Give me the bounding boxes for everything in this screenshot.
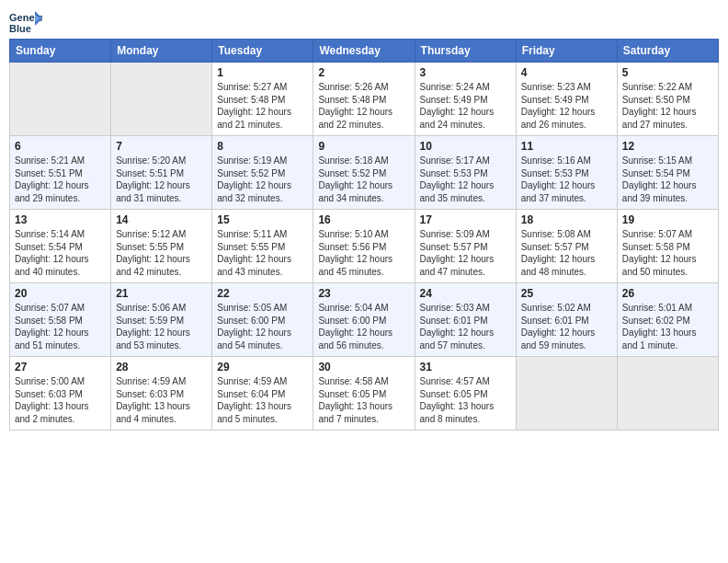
day-number: 19 xyxy=(622,213,713,226)
day-number: 6 xyxy=(15,140,106,153)
cell-info: Sunrise: 4:57 AMSunset: 6:05 PMDaylight:… xyxy=(420,375,511,425)
cell-info: Sunrise: 4:59 AMSunset: 6:03 PMDaylight:… xyxy=(116,375,207,425)
column-header-sunday: Sunday xyxy=(10,40,111,63)
cell-info: Sunrise: 5:17 AMSunset: 5:53 PMDaylight:… xyxy=(420,155,511,204)
cell-info: Sunrise: 5:23 AMSunset: 5:49 PMDaylight:… xyxy=(521,81,612,131)
day-number: 26 xyxy=(622,287,713,300)
cell-info: Sunrise: 5:21 AMSunset: 5:51 PMDaylight:… xyxy=(15,155,106,204)
cell-info: Sunrise: 5:04 AMSunset: 6:00 PMDaylight:… xyxy=(318,302,409,351)
day-number: 10 xyxy=(420,140,511,153)
cell-info: Sunrise: 5:09 AMSunset: 5:57 PMDaylight:… xyxy=(420,228,511,278)
day-number: 2 xyxy=(318,66,409,79)
calendar-cell: 17Sunrise: 5:09 AMSunset: 5:57 PMDayligh… xyxy=(415,210,516,283)
calendar-cell: 27Sunrise: 5:00 AMSunset: 6:03 PMDayligh… xyxy=(10,357,111,431)
day-number: 18 xyxy=(521,213,612,226)
logo: General Blue xyxy=(9,9,42,35)
calendar-cell: 5Sunrise: 5:22 AMSunset: 5:50 PMDaylight… xyxy=(617,63,718,136)
column-header-thursday: Thursday xyxy=(415,40,516,63)
calendar-cell: 1Sunrise: 5:27 AMSunset: 5:48 PMDaylight… xyxy=(212,63,313,136)
calendar-cell: 14Sunrise: 5:12 AMSunset: 5:55 PMDayligh… xyxy=(111,210,212,283)
column-header-friday: Friday xyxy=(516,40,617,63)
day-number: 14 xyxy=(116,213,207,226)
svg-text:Blue: Blue xyxy=(9,23,31,34)
day-number: 11 xyxy=(521,140,612,153)
calendar-cell: 9Sunrise: 5:18 AMSunset: 5:52 PMDaylight… xyxy=(313,136,415,210)
calendar-table: SundayMondayTuesdayWednesdayThursdayFrid… xyxy=(9,39,719,431)
day-number: 22 xyxy=(217,287,308,300)
day-number: 27 xyxy=(15,361,106,373)
cell-info: Sunrise: 5:12 AMSunset: 5:55 PMDaylight:… xyxy=(116,228,207,278)
calendar-cell: 24Sunrise: 5:03 AMSunset: 6:01 PMDayligh… xyxy=(415,283,516,357)
calendar-cell: 25Sunrise: 5:02 AMSunset: 6:01 PMDayligh… xyxy=(516,283,617,357)
cell-info: Sunrise: 5:20 AMSunset: 5:51 PMDaylight:… xyxy=(116,155,207,204)
day-number: 20 xyxy=(15,287,106,300)
cell-info: Sunrise: 5:22 AMSunset: 5:50 PMDaylight:… xyxy=(622,81,713,131)
day-number: 21 xyxy=(116,287,207,300)
cell-info: Sunrise: 5:03 AMSunset: 6:01 PMDaylight:… xyxy=(420,302,511,351)
calendar-cell: 22Sunrise: 5:05 AMSunset: 6:00 PMDayligh… xyxy=(212,283,313,357)
calendar-cell xyxy=(617,357,718,431)
cell-info: Sunrise: 5:24 AMSunset: 5:49 PMDaylight:… xyxy=(420,81,511,131)
calendar-cell: 26Sunrise: 5:01 AMSunset: 6:02 PMDayligh… xyxy=(617,283,718,357)
day-number: 3 xyxy=(420,66,511,79)
cell-info: Sunrise: 5:07 AMSunset: 5:58 PMDaylight:… xyxy=(622,228,713,278)
day-number: 1 xyxy=(217,66,308,79)
column-header-tuesday: Tuesday xyxy=(212,40,313,63)
cell-info: Sunrise: 5:26 AMSunset: 5:48 PMDaylight:… xyxy=(318,81,409,131)
day-number: 13 xyxy=(15,213,106,226)
column-header-monday: Monday xyxy=(111,40,212,63)
day-number: 8 xyxy=(217,140,308,153)
day-number: 17 xyxy=(420,213,511,226)
cell-info: Sunrise: 5:15 AMSunset: 5:54 PMDaylight:… xyxy=(622,155,713,204)
cell-info: Sunrise: 5:01 AMSunset: 6:02 PMDaylight:… xyxy=(622,302,713,351)
calendar-cell: 4Sunrise: 5:23 AMSunset: 5:49 PMDaylight… xyxy=(516,63,617,136)
cell-info: Sunrise: 5:00 AMSunset: 6:03 PMDaylight:… xyxy=(15,375,106,425)
column-header-wednesday: Wednesday xyxy=(313,40,415,63)
calendar-cell: 18Sunrise: 5:08 AMSunset: 5:57 PMDayligh… xyxy=(516,210,617,283)
day-number: 12 xyxy=(622,140,713,153)
cell-info: Sunrise: 4:59 AMSunset: 6:04 PMDaylight:… xyxy=(217,375,308,425)
calendar-cell: 10Sunrise: 5:17 AMSunset: 5:53 PMDayligh… xyxy=(415,136,516,210)
cell-info: Sunrise: 5:16 AMSunset: 5:53 PMDaylight:… xyxy=(521,155,612,204)
day-number: 29 xyxy=(217,361,308,373)
day-number: 4 xyxy=(521,66,612,79)
cell-info: Sunrise: 5:10 AMSunset: 5:56 PMDaylight:… xyxy=(318,228,409,278)
day-number: 31 xyxy=(420,361,511,373)
cell-info: Sunrise: 5:14 AMSunset: 5:54 PMDaylight:… xyxy=(15,228,106,278)
day-number: 23 xyxy=(318,287,409,300)
day-number: 16 xyxy=(318,213,409,226)
calendar-cell: 23Sunrise: 5:04 AMSunset: 6:00 PMDayligh… xyxy=(313,283,415,357)
calendar-cell: 30Sunrise: 4:58 AMSunset: 6:05 PMDayligh… xyxy=(313,357,415,431)
logo-icon: General Blue xyxy=(9,9,42,35)
calendar-cell: 29Sunrise: 4:59 AMSunset: 6:04 PMDayligh… xyxy=(212,357,313,431)
calendar-cell: 6Sunrise: 5:21 AMSunset: 5:51 PMDaylight… xyxy=(10,136,111,210)
cell-info: Sunrise: 5:05 AMSunset: 6:00 PMDaylight:… xyxy=(217,302,308,351)
calendar-cell: 2Sunrise: 5:26 AMSunset: 5:48 PMDaylight… xyxy=(313,63,415,136)
calendar-cell: 11Sunrise: 5:16 AMSunset: 5:53 PMDayligh… xyxy=(516,136,617,210)
cell-info: Sunrise: 5:19 AMSunset: 5:52 PMDaylight:… xyxy=(217,155,308,204)
header: General Blue xyxy=(9,9,719,35)
calendar-cell: 16Sunrise: 5:10 AMSunset: 5:56 PMDayligh… xyxy=(313,210,415,283)
calendar-cell xyxy=(516,357,617,431)
calendar-cell xyxy=(111,63,212,136)
calendar-cell: 21Sunrise: 5:06 AMSunset: 5:59 PMDayligh… xyxy=(111,283,212,357)
day-number: 7 xyxy=(116,140,207,153)
cell-info: Sunrise: 4:58 AMSunset: 6:05 PMDaylight:… xyxy=(318,375,409,425)
cell-info: Sunrise: 5:11 AMSunset: 5:55 PMDaylight:… xyxy=(217,228,308,278)
calendar-cell: 3Sunrise: 5:24 AMSunset: 5:49 PMDaylight… xyxy=(415,63,516,136)
calendar-cell: 19Sunrise: 5:07 AMSunset: 5:58 PMDayligh… xyxy=(617,210,718,283)
cell-info: Sunrise: 5:18 AMSunset: 5:52 PMDaylight:… xyxy=(318,155,409,204)
calendar-cell: 28Sunrise: 4:59 AMSunset: 6:03 PMDayligh… xyxy=(111,357,212,431)
calendar-cell xyxy=(10,63,111,136)
calendar-cell: 12Sunrise: 5:15 AMSunset: 5:54 PMDayligh… xyxy=(617,136,718,210)
calendar-cell: 20Sunrise: 5:07 AMSunset: 5:58 PMDayligh… xyxy=(10,283,111,357)
calendar-cell: 8Sunrise: 5:19 AMSunset: 5:52 PMDaylight… xyxy=(212,136,313,210)
cell-info: Sunrise: 5:08 AMSunset: 5:57 PMDaylight:… xyxy=(521,228,612,278)
cell-info: Sunrise: 5:02 AMSunset: 6:01 PMDaylight:… xyxy=(521,302,612,351)
calendar-cell: 31Sunrise: 4:57 AMSunset: 6:05 PMDayligh… xyxy=(415,357,516,431)
day-number: 15 xyxy=(217,213,308,226)
day-number: 24 xyxy=(420,287,511,300)
day-number: 5 xyxy=(622,66,713,79)
day-number: 9 xyxy=(318,140,409,153)
column-header-saturday: Saturday xyxy=(617,40,718,63)
